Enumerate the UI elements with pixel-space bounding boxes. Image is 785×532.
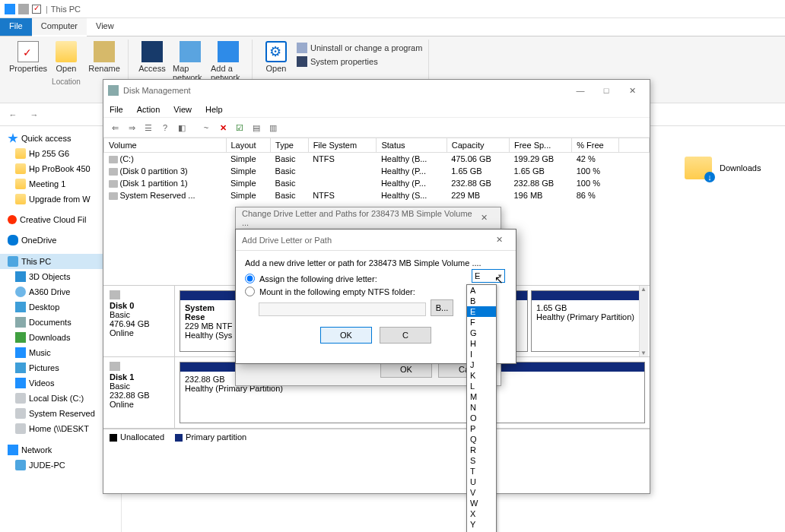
drive-letter-dropdown[interactable]: ABEFGHIJKLMNOPQRSTUVWXYZ [466,284,497,532]
drive-letter-option[interactable]: M [467,391,496,402]
menu-help[interactable]: Help [205,105,223,114]
downloads-folder[interactable]: Downloads [685,157,761,179]
tb-action-icon[interactable]: ~ [199,121,213,135]
drive-letter-option[interactable]: O [467,413,496,423]
col-status[interactable]: Status [377,138,447,153]
tab-computer[interactable]: Computer [32,18,87,36]
tb-props-icon[interactable]: ▥ [266,121,280,135]
partition[interactable]: System Rese 229 MB NTF Healthy (Sys [180,290,240,352]
col-free[interactable]: Free Sp... [509,138,571,153]
nav-back[interactable]: ← [5,106,21,123]
pictures-icon [15,363,26,373]
drive-letter-option[interactable]: U [467,477,496,487]
pin-icon [18,4,29,14]
col-type[interactable]: Type [271,138,309,153]
scrollbar[interactable] [639,286,648,356]
folder-icon [15,194,26,204]
drive-letter-option[interactable]: T [467,466,496,477]
explorer-icon [5,4,15,14]
dm-menubar: File Action View Help [103,101,650,118]
table-row[interactable]: System Reserved ...SimpleBasicNTFSHealth… [104,189,650,201]
drive-letter-option[interactable]: R [467,445,496,455]
tb-check-icon[interactable]: ☑ [233,121,246,135]
ribbon-tabs: File Computer View [0,18,785,36]
table-row[interactable]: (Disk 0 partition 3)SimpleBasicHealthy (… [104,165,650,177]
radio-mount-input[interactable] [245,287,255,296]
radio-assign-input[interactable] [245,274,255,283]
tab-view[interactable]: View [87,18,123,36]
nav-forward[interactable]: → [26,106,43,123]
drive-letter-option[interactable]: W [467,498,496,508]
access-button[interactable]: Access [133,40,171,84]
drive-letter-option[interactable]: Y [467,519,496,530]
col-capacity[interactable]: Capacity [447,138,509,153]
partition[interactable]: 1.65 GB Healthy (Primary Partition) [531,290,645,352]
menu-file[interactable]: File [110,105,123,114]
menu-view[interactable]: View [173,105,192,114]
col-volume[interactable]: Volume [104,138,227,153]
close-button[interactable]: ✕ [619,86,645,96]
tb-help-icon[interactable]: ? [158,121,172,135]
close-icon[interactable]: ✕ [474,213,494,223]
uninstall-button[interactable]: Uninstall or change a program [295,41,424,55]
col-pctfree[interactable]: % Free [572,138,619,153]
disk1-label[interactable]: Disk 1 Basic 232.88 GB Online [103,357,175,428]
tb-back-icon[interactable]: ⇐ [108,121,122,135]
add-network-button[interactable]: Add a network [209,40,247,84]
drive-letter-option[interactable]: J [467,359,496,370]
drive-letter-option[interactable]: G [467,328,496,338]
drive-letter-option[interactable]: P [467,423,496,434]
dm-titlebar: Disk Management — □ ✕ [103,80,650,101]
tab-file[interactable]: File [0,18,32,36]
radio-assign-letter[interactable]: Assign the following drive letter: [245,274,507,283]
drive-letter-option[interactable]: A [467,285,496,296]
drive-letter-option[interactable]: F [467,317,496,328]
rename-button[interactable]: Rename [85,40,123,74]
drive-letter-option[interactable]: N [467,402,496,413]
tb-settings-icon[interactable]: ▤ [249,121,263,135]
table-row[interactable]: (Disk 1 partition 1)SimpleBasicHealthy (… [104,177,650,189]
map-network-button[interactable]: Map network [171,40,209,84]
drive-letter-option[interactable]: K [467,370,496,381]
open-settings-button[interactable]: Open [257,40,295,74]
menu-action[interactable]: Action [137,105,160,114]
minimize-button[interactable]: — [567,86,593,95]
maximize-button[interactable]: □ [593,86,619,95]
ok-button[interactable]: OK [320,327,372,344]
properties-button[interactable]: Properties [9,40,47,74]
drive-letter-option[interactable]: I [467,349,496,359]
folder-path-input[interactable] [259,302,426,316]
tb-refresh-icon[interactable]: ◧ [175,121,189,135]
videos-icon [15,378,26,388]
drive-letter-option[interactable]: E [467,306,496,317]
disk-icon [110,290,120,299]
drive-letter-option[interactable]: V [467,487,496,498]
tb-forward-icon[interactable]: ⇒ [125,121,138,135]
drive-letter-option[interactable]: Q [467,434,496,445]
drive-letter-option[interactable]: X [467,508,496,519]
browse-button[interactable]: B... [431,299,453,316]
star-icon [8,133,18,144]
tb-view-icon[interactable]: ☰ [141,121,155,135]
explorer-titlebar: | This PC [0,0,785,18]
close-icon[interactable]: ✕ [488,235,510,245]
drive-letter-option[interactable]: L [467,381,496,391]
dm-app-icon [108,85,119,96]
disk-icon [15,408,26,419]
disk-icon [15,393,26,404]
col-filesystem[interactable]: File System [308,138,377,153]
open-button[interactable]: Open [47,40,85,74]
drive-letter-option[interactable]: B [467,296,496,306]
music-icon [15,347,26,358]
documents-icon [15,317,26,328]
downloads-folder-icon [685,157,712,179]
col-layout[interactable]: Layout [226,138,271,153]
tb-delete-icon[interactable]: ✕ [216,121,230,135]
drive-letter-select[interactable]: E ▾ [472,269,505,283]
drive-letter-option[interactable]: H [467,338,496,349]
system-properties-button[interactable]: System properties [295,55,424,68]
drive-letter-option[interactable]: S [467,455,496,466]
disk0-label[interactable]: Disk 0 Basic 476.94 GB Online [103,286,175,356]
table-row[interactable]: (C:)SimpleBasicNTFSHealthy (B...475.06 G… [104,153,650,166]
cancel-button[interactable]: C [380,327,431,344]
